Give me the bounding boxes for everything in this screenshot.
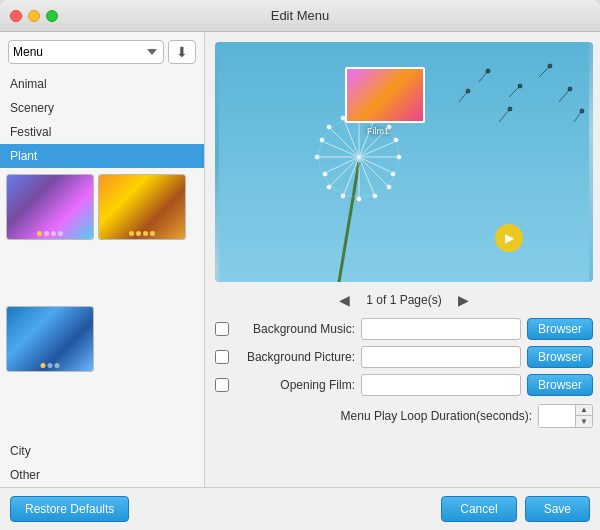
thumb-1[interactable] — [6, 174, 94, 240]
main-window: Edit Menu Menu ⬇ Animal Scenery Festival… — [0, 0, 600, 530]
minimize-button[interactable] — [28, 10, 40, 22]
svg-point-26 — [373, 194, 377, 198]
background-picture-checkbox[interactable] — [215, 350, 229, 364]
left-panel: Menu ⬇ Animal Scenery Festival Plant — [0, 32, 205, 487]
footer: Restore Defaults Cancel Save — [0, 487, 600, 530]
page-indicator: 1 of 1 Page(s) — [366, 293, 441, 307]
opening-film-input[interactable] — [361, 374, 521, 396]
background-music-checkbox[interactable] — [215, 322, 229, 336]
close-button[interactable] — [10, 10, 22, 22]
thumb-2[interactable] — [98, 174, 186, 240]
footer-right: Cancel Save — [441, 496, 590, 522]
main-content: Menu ⬇ Animal Scenery Festival Plant — [0, 32, 600, 487]
svg-point-42 — [568, 87, 572, 91]
svg-point-38 — [518, 84, 522, 88]
svg-point-44 — [580, 109, 584, 113]
menu-item-festival[interactable]: Festival — [0, 120, 204, 144]
loop-increment-button[interactable]: ▲ — [576, 405, 592, 416]
save-button[interactable]: Save — [525, 496, 590, 522]
svg-point-30 — [323, 172, 327, 176]
title-bar: Edit Menu — [0, 0, 600, 32]
svg-point-46 — [508, 107, 512, 111]
svg-point-36 — [486, 69, 490, 73]
svg-point-18 — [327, 125, 331, 129]
traffic-lights — [10, 10, 58, 22]
background-picture-row: Background Picture: Browser — [215, 346, 593, 368]
film-label: Film1 — [367, 126, 389, 136]
thumb-3[interactable] — [6, 306, 94, 372]
opening-film-checkbox[interactable] — [215, 378, 229, 392]
loop-decrement-button[interactable]: ▼ — [576, 416, 592, 427]
background-picture-input[interactable] — [361, 346, 521, 368]
thumbnails-grid — [0, 168, 204, 439]
loop-input-wrapper: 30 ▲ ▼ — [538, 404, 593, 428]
loop-spinners: ▲ ▼ — [575, 405, 592, 427]
menu-item-city[interactable]: City — [0, 439, 204, 463]
svg-point-14 — [327, 185, 331, 189]
background-music-label: Background Music: — [235, 322, 355, 336]
opening-film-row: Opening Film: Browser — [215, 374, 593, 396]
dropdown-row: Menu ⬇ — [0, 32, 204, 72]
menu-item-other[interactable]: Other — [0, 463, 204, 487]
background-music-row: Background Music: Browser — [215, 318, 593, 340]
svg-point-12 — [357, 197, 361, 201]
right-panel: Film1 ▶ ◀ 1 of 1 Page(s) ▶ Background Mu… — [205, 32, 600, 487]
menu-list: Animal Scenery Festival Plant — [0, 72, 204, 168]
svg-point-8 — [397, 155, 401, 159]
maximize-button[interactable] — [46, 10, 58, 22]
menu-item-animal[interactable]: Animal — [0, 72, 204, 96]
svg-point-16 — [315, 155, 319, 159]
window-title: Edit Menu — [271, 8, 330, 23]
svg-point-32 — [320, 138, 324, 142]
menu-item-scenery[interactable]: Scenery — [0, 96, 204, 120]
svg-point-22 — [394, 138, 398, 142]
svg-point-24 — [391, 172, 395, 176]
loop-duration-row: Menu Play Loop Duration(seconds): 30 ▲ ▼ — [215, 404, 593, 428]
menu-item-plant[interactable]: Plant — [0, 144, 204, 168]
svg-point-28 — [341, 194, 345, 198]
bottom-menu-items: City Other — [0, 439, 204, 487]
next-page-button[interactable]: ▶ — [454, 290, 474, 310]
pagination-row: ◀ 1 of 1 Page(s) ▶ — [215, 290, 593, 310]
background-picture-browser-button[interactable]: Browser — [527, 346, 593, 368]
opening-film-browser-button[interactable]: Browser — [527, 374, 593, 396]
restore-defaults-button[interactable]: Restore Defaults — [10, 496, 129, 522]
form-section: Background Music: Browser Background Pic… — [215, 318, 593, 428]
menu-dropdown[interactable]: Menu — [8, 40, 164, 64]
background-music-input[interactable] — [361, 318, 521, 340]
download-button[interactable]: ⬇ — [168, 40, 196, 64]
prev-page-button[interactable]: ◀ — [334, 290, 354, 310]
play-button[interactable]: ▶ — [495, 224, 523, 252]
opening-film-label: Opening Film: — [235, 378, 355, 392]
svg-point-10 — [387, 185, 391, 189]
background-music-browser-button[interactable]: Browser — [527, 318, 593, 340]
loop-duration-input[interactable]: 30 — [539, 405, 575, 427]
svg-point-40 — [548, 64, 552, 68]
cancel-button[interactable]: Cancel — [441, 496, 516, 522]
preview-area: Film1 ▶ — [215, 42, 593, 282]
loop-duration-label: Menu Play Loop Duration(seconds): — [341, 409, 532, 423]
film-thumbnail[interactable] — [345, 67, 425, 123]
background-picture-label: Background Picture: — [235, 350, 355, 364]
svg-point-48 — [466, 89, 470, 93]
